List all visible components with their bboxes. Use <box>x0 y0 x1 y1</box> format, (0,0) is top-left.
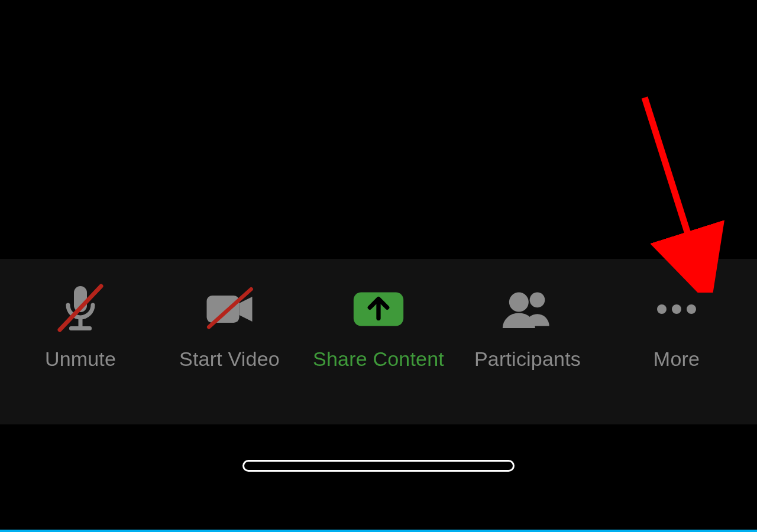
svg-point-9 <box>509 293 529 312</box>
participants-button[interactable]: Participants <box>453 283 602 371</box>
start-video-button[interactable]: Start Video <box>155 283 304 371</box>
participants-label: Participants <box>474 348 581 371</box>
svg-line-13 <box>645 98 699 269</box>
more-ellipsis-icon <box>644 283 709 336</box>
svg-point-11 <box>672 304 681 314</box>
share-upload-icon <box>346 283 411 336</box>
svg-point-12 <box>687 304 696 314</box>
window-accent-bar <box>0 530 757 532</box>
svg-point-10 <box>657 304 667 314</box>
home-indicator[interactable] <box>242 460 515 472</box>
svg-point-8 <box>530 293 545 308</box>
svg-rect-2 <box>69 326 92 330</box>
meeting-screen: Unmute Start Video <box>0 0 757 532</box>
camera-off-icon <box>197 283 262 336</box>
unmute-button[interactable]: Unmute <box>6 283 155 371</box>
meeting-toolbar: Unmute Start Video <box>0 259 757 424</box>
share-content-label: Share Content <box>313 348 444 371</box>
more-label: More <box>654 348 700 371</box>
microphone-muted-icon <box>48 283 113 336</box>
share-content-button[interactable]: Share Content <box>304 283 453 371</box>
unmute-label: Unmute <box>45 348 116 371</box>
start-video-label: Start Video <box>179 348 280 371</box>
svg-rect-1 <box>79 317 83 327</box>
more-button[interactable]: More <box>602 283 751 371</box>
participants-icon <box>495 283 560 336</box>
svg-rect-4 <box>207 296 240 323</box>
